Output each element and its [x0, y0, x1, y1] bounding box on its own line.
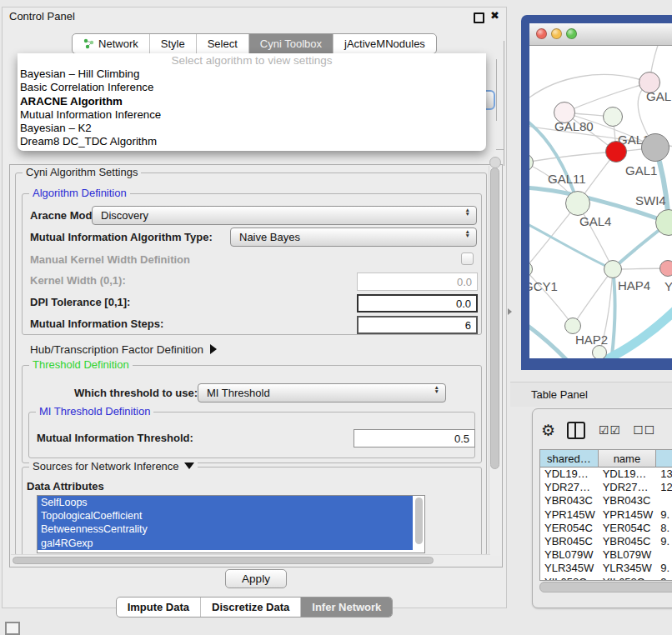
table-header-row: shared… name: [540, 450, 672, 468]
network-window-titlebar[interactable]: [529, 23, 672, 46]
table-cell: YIL052C: [599, 576, 657, 582]
column-header-shared-name[interactable]: shared…: [540, 450, 599, 468]
algorithm-option-aracne-algorithm[interactable]: ARACNE Algorithm: [18, 95, 486, 108]
tab-select[interactable]: Select: [196, 34, 248, 53]
table-row[interactable]: YIL052CYIL052C9: [540, 576, 672, 582]
hub-definition-expander[interactable]: Hub/Transcription Factor Definition: [30, 343, 217, 356]
table-cell: YIL052C: [540, 576, 599, 582]
manual-kernel-checkbox[interactable]: [461, 252, 474, 265]
tab-network[interactable]: Network: [73, 34, 149, 53]
panel-edge-fragment: [504, 41, 504, 166]
mi-threshold-label: Mutual Information Threshold:: [37, 432, 193, 444]
tab-impute-data[interactable]: Impute Data: [117, 598, 200, 617]
settings-horizontal-scrollbar[interactable]: [11, 554, 490, 566]
mi-steps-input[interactable]: [357, 316, 478, 334]
table-cell: YDR27…: [599, 481, 657, 494]
network-node-gal1[interactable]: [605, 141, 627, 162]
attribute-item-betweennesscentrality[interactable]: BetweennessCentrality: [38, 522, 413, 536]
algorithm-option-bayesian-k2[interactable]: Bayesian – K2: [18, 122, 486, 135]
network-view-inner: GALGAL80GAL10GAL1GAL11SWI4GAL4GCY1HAP4YH…: [529, 23, 672, 358]
mac-close-button[interactable]: [536, 28, 547, 39]
node-label-gal: GAL: [646, 89, 671, 103]
node-label-y: Y: [664, 279, 672, 293]
apply-button[interactable]: Apply: [225, 569, 287, 588]
expander-arrow-down-icon: [184, 462, 194, 469]
table-cell: YBL079W: [540, 548, 599, 562]
tab-discretize-data[interactable]: Discretize Data: [200, 598, 300, 617]
mac-minimize-button[interactable]: [551, 28, 562, 39]
attribute-item-selfloops[interactable]: SelfLoops: [38, 496, 413, 509]
node-label-swi4: SWI4: [635, 193, 666, 208]
mac-zoom-button[interactable]: [566, 28, 577, 39]
mi-type-select[interactable]: Naive Bayes ▲▼: [230, 228, 477, 247]
tab-style[interactable]: Style: [149, 34, 196, 53]
network-node[interactable]: [592, 345, 607, 358]
gear-icon[interactable]: ⚙: [541, 421, 555, 440]
dpi-tolerance-input[interactable]: [357, 294, 478, 312]
attributes-list-scrollbar[interactable]: [415, 498, 423, 544]
scrollbar-thumb[interactable]: [13, 557, 434, 564]
threshold-select[interactable]: MI Threshold ▲▼: [198, 383, 446, 402]
table-row[interactable]: YBR045CYBR045C9.: [540, 535, 672, 548]
node-label-gal80: GAL80: [554, 119, 594, 133]
which-threshold-label: Which threshold to use:: [74, 387, 198, 399]
table-panel: ⚙ ☑☑ ☐☐ shared… name YDL19…YDL19…13YDR27…: [532, 408, 672, 608]
settings-vertical-scrollbar[interactable]: [489, 166, 501, 556]
group-label-algorithm-definition: Algorithm Definition: [29, 187, 130, 199]
tab-infer-network[interactable]: Infer Network: [300, 598, 392, 617]
columns-icon[interactable]: [567, 422, 585, 439]
table-toolbar: ⚙ ☑☑ ☐☐: [541, 419, 672, 441]
node-label-gal11: GAL11: [548, 172, 586, 186]
network-node-hap4[interactable]: [604, 260, 622, 278]
control-panel-titlebar: Control Panel ✖: [3, 8, 506, 26]
network-node-hap2[interactable]: [564, 318, 581, 334]
node-label-gcy1: GCY1: [529, 279, 558, 293]
table-row[interactable]: YBR043CYBR043C: [540, 494, 672, 508]
mi-threshold-input[interactable]: [354, 429, 475, 448]
tab-jactivemnodules[interactable]: jActiveMNodules: [333, 34, 436, 53]
network-node[interactable]: [641, 133, 669, 162]
column-header-partial[interactable]: [656, 450, 672, 468]
deselect-all-checkboxes-icon[interactable]: ☐☐: [633, 423, 655, 437]
attribute-item-topologicalcoefficient[interactable]: TopologicalCoefficient: [38, 509, 413, 522]
column-header-name[interactable]: name: [599, 450, 657, 468]
table-cell: 13: [656, 468, 672, 481]
table-cell: 8.: [656, 522, 672, 535]
algorithm-option-basic-correlation-inference[interactable]: Basic Correlation Inference: [18, 81, 486, 94]
table-row[interactable]: YLR345WYLR345W9.: [540, 562, 672, 575]
algorithm-option-bayesian-hill-climbing[interactable]: Bayesian – Hill Climbing: [18, 68, 486, 81]
combo-fragment: [489, 157, 501, 168]
scrollbar-thumb[interactable]: [490, 168, 499, 469]
kernel-width-input[interactable]: [357, 272, 478, 291]
float-window-icon[interactable]: [474, 12, 484, 23]
table-row[interactable]: YER054CYER054C8.: [540, 522, 672, 535]
table-row[interactable]: YDR27…YDR27…12: [540, 481, 672, 494]
node-label-hap2: HAP2: [575, 332, 608, 347]
close-icon[interactable]: ✖: [490, 9, 499, 22]
network-node-y[interactable]: [659, 260, 672, 277]
network-node-gal4[interactable]: [565, 191, 590, 216]
panel-splitter-handle[interactable]: [508, 308, 512, 315]
table-cell: YER054C: [599, 522, 657, 535]
minimized-panel-icon[interactable]: [5, 622, 20, 635]
tab-cyni-toolbox[interactable]: Cyni Toolbox: [248, 34, 333, 53]
mi-type-label: Mutual Information Algorithm Type:: [30, 231, 213, 243]
group-label-cyni-settings: Cyni Algorithm Settings: [23, 166, 141, 178]
table-row[interactable]: YPR145WYPR145W9.: [540, 508, 672, 522]
table-row[interactable]: YDL19…YDL19…13: [540, 468, 672, 481]
table-cell: YPR145W: [599, 508, 657, 522]
control-panel-title: Control Panel: [9, 10, 75, 22]
table-cell: 9.: [656, 508, 672, 522]
algorithm-option-mutual-information-inference[interactable]: Mutual Information Inference: [18, 108, 486, 122]
groupbox-fragment: [496, 149, 504, 150]
attribute-item-gal4rgexp[interactable]: gal4RGexp: [38, 537, 413, 550]
select-all-checkboxes-icon[interactable]: ☑☑: [599, 423, 621, 437]
table-cell: YLR345W: [540, 562, 599, 575]
table-row[interactable]: YBL079WYBL079W: [540, 548, 672, 562]
network-canvas[interactable]: GALGAL80GAL10GAL1GAL11SWI4GAL4GCY1HAP4YH…: [529, 46, 672, 358]
network-node-gal10[interactable]: [603, 107, 623, 127]
algorithm-option-dream8-dc-tdc-algorithm[interactable]: Dream8 DC_TDC Algorithm: [18, 135, 486, 148]
spinner-arrows-icon: ▲▼: [465, 229, 470, 238]
table-horizontal-scrollbar[interactable]: [539, 582, 672, 592]
aracne-mode-select[interactable]: Discovery ▲▼: [92, 206, 477, 225]
